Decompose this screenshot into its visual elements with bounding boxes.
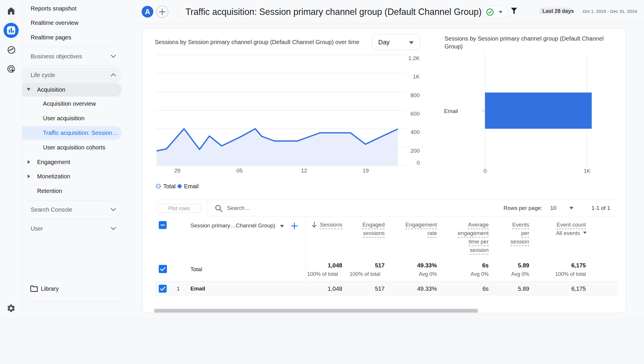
- svg-text:Total: Total: [163, 183, 176, 189]
- svg-text:Email: Email: [184, 183, 199, 189]
- svg-text:600: 600: [410, 111, 420, 117]
- svg-text:19: 19: [362, 168, 369, 174]
- svg-text:1.2K: 1.2K: [408, 55, 420, 61]
- svg-text:400: 400: [410, 129, 420, 135]
- svg-text:800: 800: [410, 92, 420, 98]
- svg-text:200: 200: [410, 148, 420, 154]
- svg-text:12: 12: [301, 168, 307, 174]
- svg-text:29: 29: [174, 168, 180, 174]
- svg-text:0: 0: [484, 168, 487, 174]
- svg-text:1K: 1K: [584, 168, 591, 174]
- svg-text:0: 0: [416, 160, 420, 166]
- svg-text:05: 05: [236, 168, 242, 174]
- svg-text:Email: Email: [444, 108, 458, 114]
- svg-text:1K: 1K: [413, 74, 420, 80]
